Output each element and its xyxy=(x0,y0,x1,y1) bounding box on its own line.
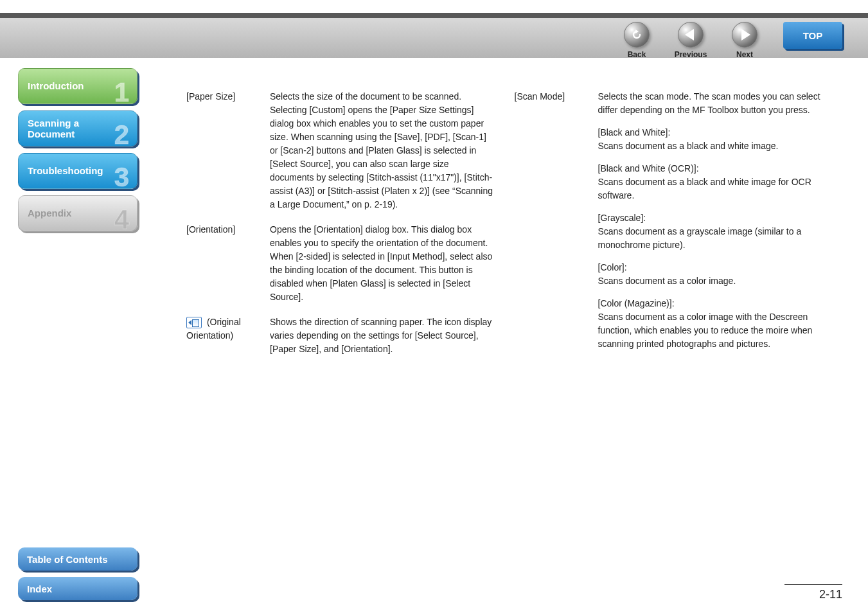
sidebar-item-label: Scanning a Document xyxy=(28,118,128,140)
def-orientation: [Orientation] Opens the [Orientation] di… xyxy=(186,223,495,304)
toc-button[interactable]: Table of Contents xyxy=(18,547,137,571)
index-label: Index xyxy=(27,583,52,594)
svg-marker-0 xyxy=(635,30,639,33)
sidebar-item-scanning[interactable]: Scanning a Document 2 xyxy=(18,111,137,147)
content-area: [Paper Size] Selects the size of the doc… xyxy=(186,90,842,568)
top-button[interactable]: TOP xyxy=(783,22,842,49)
mode-head: [Color (Magazine)]: xyxy=(598,297,824,310)
mode-body: Scans document as a black and white imag… xyxy=(598,177,811,200)
mode-body: Scans document as a color image with the… xyxy=(598,312,813,349)
page-number-rule xyxy=(784,584,842,585)
previous-label: Previous xyxy=(664,50,718,59)
desc: Selects the size of the document to be s… xyxy=(270,90,495,211)
term: [Paper Size] xyxy=(186,90,270,211)
next-button[interactable] xyxy=(732,22,757,48)
sidebar-item-number: 3 xyxy=(114,164,129,191)
mode-bw: [Black and White]: Scans document as a b… xyxy=(598,126,824,153)
sidebar: Introduction 1 Scanning a Document 2 Tro… xyxy=(18,68,141,238)
mode-body: Scans document as a black and white imag… xyxy=(598,141,779,151)
def-paper-size: [Paper Size] Selects the size of the doc… xyxy=(186,90,495,211)
sidebar-item-troubleshooting[interactable]: Troubleshooting 3 xyxy=(18,153,137,189)
mode-head: [Black and White (OCR)]: xyxy=(598,162,824,175)
sidebar-item-label: Introduction xyxy=(28,80,84,91)
mode-body: Scans document as a grayscale image (sim… xyxy=(598,226,802,250)
mode-bw-ocr: [Black and White (OCR)]: Scans document … xyxy=(598,162,824,202)
mode-head: [Color]: xyxy=(598,261,824,274)
toc-label: Table of Contents xyxy=(27,554,108,565)
left-column: [Paper Size] Selects the size of the doc… xyxy=(186,90,515,368)
mode-head: [Grayscale]: xyxy=(598,211,824,225)
desc: Shows the direction of scanning paper. T… xyxy=(270,315,495,356)
original-orientation-icon xyxy=(186,317,202,328)
mode-color-magazine: [Color (Magazine)]: Scans document as a … xyxy=(598,297,824,351)
desc: Selects the scan mode. The scan modes yo… xyxy=(598,90,824,351)
scan-mode-intro: Selects the scan mode. The scan modes yo… xyxy=(598,91,820,115)
top-button-label: TOP xyxy=(803,30,823,41)
sidebar-item-number: 4 xyxy=(114,206,129,233)
mode-grayscale: [Grayscale]: Scans document as a graysca… xyxy=(598,211,824,252)
sidebar-item-appendix[interactable]: Appendix 4 xyxy=(18,195,137,231)
right-column: [Scan Mode] Selects the scan mode. The s… xyxy=(515,90,843,368)
term: [Orientation] xyxy=(186,223,270,304)
term: (Original Orientation) xyxy=(186,315,270,356)
mode-head: [Black and White]: xyxy=(598,126,824,139)
previous-button[interactable] xyxy=(678,22,704,48)
term: [Scan Mode] xyxy=(515,90,598,351)
page-number: 2-11 xyxy=(819,588,842,601)
mode-body: Scans document as a color image. xyxy=(598,276,736,286)
desc: Opens the [Orientation] dialog box. This… xyxy=(270,223,495,304)
def-original-orientation: (Original Orientation) Shows the directi… xyxy=(186,315,495,356)
mode-color: [Color]: Scans document as a color image… xyxy=(598,261,824,288)
sidebar-item-number: 1 xyxy=(114,79,129,106)
sidebar-item-label: Appendix xyxy=(28,208,71,218)
index-button[interactable]: Index xyxy=(18,577,137,600)
next-icon xyxy=(741,29,750,40)
next-label: Next xyxy=(718,50,772,59)
previous-icon xyxy=(685,29,694,40)
back-button[interactable] xyxy=(624,22,650,48)
sidebar-item-label: Troubleshooting xyxy=(28,165,103,176)
def-scan-mode: [Scan Mode] Selects the scan mode. The s… xyxy=(515,90,824,351)
bottom-left-nav: Table of Contents Index xyxy=(18,541,141,600)
top-nav: Back Previous Next xyxy=(610,22,772,59)
sidebar-item-introduction[interactable]: Introduction 1 xyxy=(18,68,137,104)
back-label: Back xyxy=(610,50,664,59)
back-icon xyxy=(631,29,642,40)
top-dark-bar xyxy=(0,13,868,18)
